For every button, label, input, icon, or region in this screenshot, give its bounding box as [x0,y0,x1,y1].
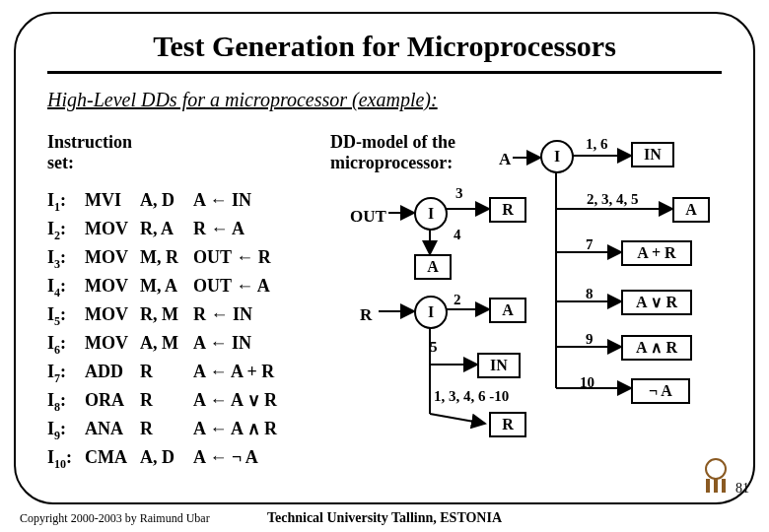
terminal-r-long: R [489,412,526,437]
svg-rect-18 [714,479,718,493]
instruction-row: I8:ORARA ← A ∨ R [47,387,321,416]
instruction-row: I2:MOVR, AR ← A [47,216,321,244]
edge-10: 10 [580,374,594,391]
title-underline [47,71,722,74]
terminal-a-plus-r: A + R [621,240,692,266]
instruction-row: I9:ANARA ← A ∧ R [47,416,321,444]
svg-rect-19 [722,479,726,493]
edge-8: 8 [586,286,594,302]
terminal-a-and-r: A ∧ R [621,335,692,361]
root-r-label: R [360,305,372,325]
terminal-in-top: IN [631,142,674,167]
instruction-row: I5:MOVR, MR ← IN [47,301,321,330]
instruction-row: I7:ADDRA ← A + R [47,359,321,387]
edge-fraction: 2, 3, 4, 5 [587,191,639,208]
node-i-r: I [414,296,448,329]
root-out-label: OUT [350,207,386,227]
root-a-label: A [499,150,511,169]
node-i-out: I [414,197,448,231]
page-number: 81 [735,481,749,497]
instruction-row: I4:MOVM, AOUT ← A [47,273,321,301]
edge-7: 7 [586,236,594,253]
edge-long-list: 1, 3, 4, 6 -10 [434,388,509,405]
instruction-set-label: Instruction set: [47,132,132,172]
instruction-row: I3:MOVM, ROUT ← R [47,244,321,273]
terminal-in-r: IN [477,353,521,378]
terminal-neg-a: ¬ A [631,378,690,404]
terminal-a-right: A [672,197,710,223]
edge-2: 2 [454,292,461,308]
edge-3: 3 [455,185,463,202]
svg-rect-17 [706,479,710,493]
terminal-a-out: A [414,254,452,280]
university-logo-icon [696,455,735,495]
svg-point-16 [706,459,726,479]
footer-university: Technical University Tallinn, ESTONIA [0,510,769,526]
edge-4: 4 [454,227,461,243]
terminal-a-r: A [489,298,526,323]
dd-model-label: DD-model of the microprocessor: [330,132,455,172]
terminal-a-or-r: A ∨ R [621,290,692,315]
instruction-table: I1:MVIA, DA ← INI2:MOVR, AR ← AI3:MOVM, … [47,187,321,473]
edge-1-6: 1, 6 [586,136,608,153]
terminal-r-out: R [489,197,526,223]
node-i-top: I [540,140,574,173]
edge-9: 9 [586,331,594,348]
slide-title: Test Generation for Microprocessors [0,30,769,63]
instruction-row: I6:MOVA, MA ← IN [47,330,321,359]
instruction-row: I10:CMAA, DA ← ¬ A [47,444,321,473]
slide-subtitle: High-Level DDs for a microprocessor (exa… [47,89,438,111]
edge-5: 5 [430,339,438,356]
instruction-row: I1:MVIA, DA ← IN [47,187,321,216]
